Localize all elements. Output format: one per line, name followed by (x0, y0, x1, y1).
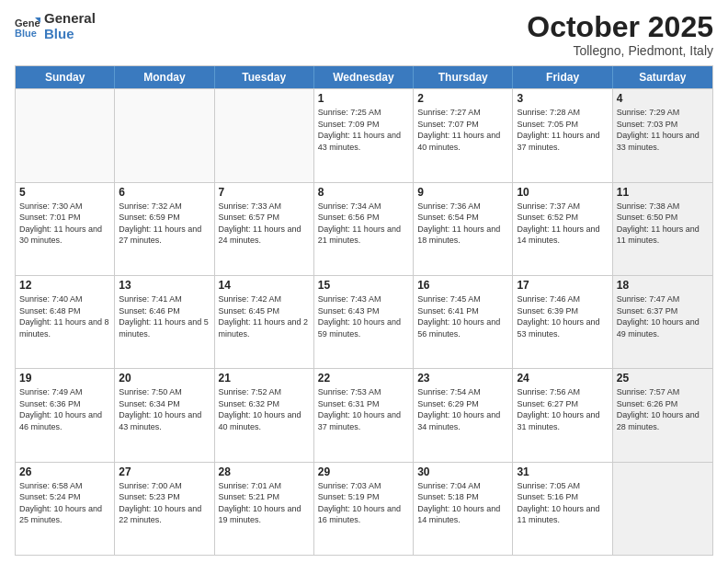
day-info: Sunrise: 7:28 AM Sunset: 7:05 PM Dayligh… (517, 107, 608, 153)
day-number: 14 (219, 279, 310, 292)
day-info: Sunrise: 7:00 AM Sunset: 5:23 PM Dayligh… (119, 480, 210, 526)
day-info: Sunrise: 7:25 AM Sunset: 7:09 PM Dayligh… (318, 107, 409, 153)
cal-cell-18: 18Sunrise: 7:47 AM Sunset: 6:37 PM Dayli… (613, 276, 712, 368)
calendar: SundayMondayTuesdayWednesdayThursdayFrid… (15, 65, 713, 556)
day-number: 9 (417, 186, 508, 199)
day-number: 2 (417, 92, 508, 105)
day-info: Sunrise: 7:50 AM Sunset: 6:34 PM Dayligh… (119, 386, 210, 432)
day-number: 6 (119, 186, 210, 199)
logo-blue: Blue (44, 27, 96, 42)
cal-cell-16: 16Sunrise: 7:45 AM Sunset: 6:41 PM Dayli… (414, 276, 513, 368)
cal-cell-24: 24Sunrise: 7:56 AM Sunset: 6:27 PM Dayli… (513, 369, 612, 461)
day-info: Sunrise: 7:42 AM Sunset: 6:45 PM Dayligh… (219, 293, 310, 339)
header-day-sunday: Sunday (16, 66, 115, 88)
day-number: 22 (318, 372, 409, 385)
header-day-wednesday: Wednesday (314, 66, 414, 88)
cal-cell-13: 13Sunrise: 7:41 AM Sunset: 6:46 PM Dayli… (115, 276, 214, 368)
logo-icon: General Blue (15, 14, 40, 40)
day-info: Sunrise: 7:27 AM Sunset: 7:07 PM Dayligh… (417, 107, 508, 153)
day-info: Sunrise: 6:58 AM Sunset: 5:24 PM Dayligh… (19, 480, 110, 526)
svg-text:Blue: Blue (15, 28, 37, 39)
day-number: 15 (318, 279, 409, 292)
cal-cell-30: 30Sunrise: 7:04 AM Sunset: 5:18 PM Dayli… (414, 463, 513, 555)
cal-cell-2: 2Sunrise: 7:27 AM Sunset: 7:07 PM Daylig… (414, 89, 513, 181)
cal-cell-21: 21Sunrise: 7:52 AM Sunset: 6:32 PM Dayli… (215, 369, 314, 461)
day-number: 12 (19, 279, 110, 292)
cal-cell-empty-1 (115, 89, 214, 181)
cal-cell-4: 4Sunrise: 7:29 AM Sunset: 7:03 PM Daylig… (613, 89, 712, 181)
day-number: 11 (617, 186, 709, 199)
day-number: 4 (617, 92, 709, 105)
day-number: 24 (517, 372, 608, 385)
cal-cell-19: 19Sunrise: 7:49 AM Sunset: 6:36 PM Dayli… (16, 369, 115, 461)
cal-cell-27: 27Sunrise: 7:00 AM Sunset: 5:23 PM Dayli… (115, 463, 214, 555)
header-day-thursday: Thursday (414, 66, 513, 88)
cal-cell-31: 31Sunrise: 7:05 AM Sunset: 5:16 PM Dayli… (513, 463, 612, 555)
day-info: Sunrise: 7:32 AM Sunset: 6:59 PM Dayligh… (119, 201, 210, 247)
day-info: Sunrise: 7:54 AM Sunset: 6:29 PM Dayligh… (417, 386, 508, 432)
cal-cell-empty-0 (16, 89, 115, 181)
header-day-monday: Monday (115, 66, 214, 88)
day-number: 30 (417, 465, 508, 478)
day-number: 10 (517, 186, 608, 199)
cal-cell-5: 5Sunrise: 7:30 AM Sunset: 7:01 PM Daylig… (16, 183, 115, 275)
day-number: 17 (517, 279, 608, 292)
day-number: 16 (417, 279, 508, 292)
calendar-header: SundayMondayTuesdayWednesdayThursdayFrid… (16, 66, 712, 88)
day-number: 27 (119, 465, 210, 478)
day-info: Sunrise: 7:45 AM Sunset: 6:41 PM Dayligh… (417, 293, 508, 339)
day-info: Sunrise: 7:05 AM Sunset: 5:16 PM Dayligh… (517, 480, 608, 526)
day-info: Sunrise: 7:52 AM Sunset: 6:32 PM Dayligh… (219, 386, 310, 432)
calendar-body: 1Sunrise: 7:25 AM Sunset: 7:09 PM Daylig… (16, 88, 712, 555)
day-number: 3 (517, 92, 608, 105)
week-row-2: 5Sunrise: 7:30 AM Sunset: 7:01 PM Daylig… (16, 182, 712, 275)
day-number: 5 (19, 186, 110, 199)
cal-cell-15: 15Sunrise: 7:43 AM Sunset: 6:43 PM Dayli… (314, 276, 414, 368)
day-number: 28 (219, 465, 310, 478)
cal-cell-20: 20Sunrise: 7:50 AM Sunset: 6:34 PM Dayli… (115, 369, 214, 461)
cal-cell-28: 28Sunrise: 7:01 AM Sunset: 5:21 PM Dayli… (215, 463, 314, 555)
cal-cell-1: 1Sunrise: 7:25 AM Sunset: 7:09 PM Daylig… (314, 89, 414, 181)
day-info: Sunrise: 7:37 AM Sunset: 6:52 PM Dayligh… (517, 201, 608, 247)
day-number: 29 (318, 465, 409, 478)
header: General Blue General Blue October 2025 T… (15, 11, 713, 58)
cal-cell-23: 23Sunrise: 7:54 AM Sunset: 6:29 PM Dayli… (414, 369, 513, 461)
day-number: 31 (517, 465, 608, 478)
cal-cell-29: 29Sunrise: 7:03 AM Sunset: 5:19 PM Dayli… (314, 463, 414, 555)
day-info: Sunrise: 7:04 AM Sunset: 5:18 PM Dayligh… (417, 480, 508, 526)
day-number: 18 (617, 279, 709, 292)
cal-cell-10: 10Sunrise: 7:37 AM Sunset: 6:52 PM Dayli… (513, 183, 612, 275)
day-number: 8 (318, 186, 409, 199)
day-info: Sunrise: 7:38 AM Sunset: 6:50 PM Dayligh… (617, 201, 709, 247)
week-row-3: 12Sunrise: 7:40 AM Sunset: 6:48 PM Dayli… (16, 275, 712, 368)
cal-cell-8: 8Sunrise: 7:34 AM Sunset: 6:56 PM Daylig… (314, 183, 414, 275)
cal-cell-3: 3Sunrise: 7:28 AM Sunset: 7:05 PM Daylig… (513, 89, 612, 181)
day-info: Sunrise: 7:57 AM Sunset: 6:26 PM Dayligh… (617, 386, 709, 432)
location: Tollegno, Piedmont, Italy (527, 43, 713, 58)
logo: General Blue General Blue (15, 11, 96, 41)
cal-cell-26: 26Sunrise: 6:58 AM Sunset: 5:24 PM Dayli… (16, 463, 115, 555)
day-info: Sunrise: 7:34 AM Sunset: 6:56 PM Dayligh… (318, 201, 409, 247)
day-info: Sunrise: 7:49 AM Sunset: 6:36 PM Dayligh… (19, 386, 110, 432)
day-info: Sunrise: 7:46 AM Sunset: 6:39 PM Dayligh… (517, 293, 608, 339)
title-block: October 2025 Tollegno, Piedmont, Italy (527, 11, 713, 58)
month-title: October 2025 (527, 11, 713, 43)
logo-general: General (44, 11, 96, 27)
day-info: Sunrise: 7:53 AM Sunset: 6:31 PM Dayligh… (318, 386, 409, 432)
week-row-4: 19Sunrise: 7:49 AM Sunset: 6:36 PM Dayli… (16, 368, 712, 461)
day-info: Sunrise: 7:36 AM Sunset: 6:54 PM Dayligh… (417, 201, 508, 247)
day-number: 23 (417, 372, 508, 385)
cal-cell-9: 9Sunrise: 7:36 AM Sunset: 6:54 PM Daylig… (414, 183, 513, 275)
day-info: Sunrise: 7:56 AM Sunset: 6:27 PM Dayligh… (517, 386, 608, 432)
cal-cell-14: 14Sunrise: 7:42 AM Sunset: 6:45 PM Dayli… (215, 276, 314, 368)
cal-cell-17: 17Sunrise: 7:46 AM Sunset: 6:39 PM Dayli… (513, 276, 612, 368)
day-number: 13 (119, 279, 210, 292)
day-info: Sunrise: 7:01 AM Sunset: 5:21 PM Dayligh… (219, 480, 310, 526)
cal-cell-empty-2 (215, 89, 314, 181)
cal-cell-11: 11Sunrise: 7:38 AM Sunset: 6:50 PM Dayli… (613, 183, 712, 275)
day-info: Sunrise: 7:33 AM Sunset: 6:57 PM Dayligh… (219, 201, 310, 247)
day-info: Sunrise: 7:43 AM Sunset: 6:43 PM Dayligh… (318, 293, 409, 339)
week-row-1: 1Sunrise: 7:25 AM Sunset: 7:09 PM Daylig… (16, 88, 712, 181)
day-number: 7 (219, 186, 310, 199)
day-number: 25 (617, 372, 709, 385)
